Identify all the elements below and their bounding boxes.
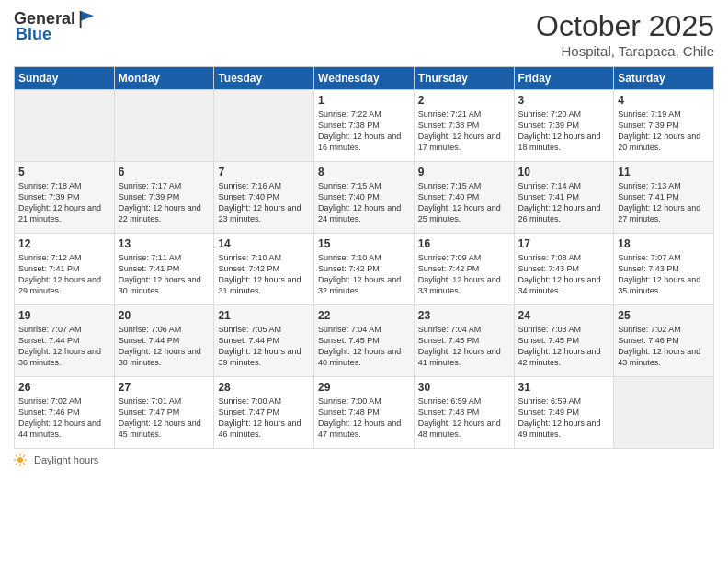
calendar-cell: 18Sunrise: 7:07 AM Sunset: 7:43 PM Dayli… [614, 234, 714, 305]
calendar-cell: 23Sunrise: 7:04 AM Sunset: 7:45 PM Dayli… [414, 305, 514, 377]
day-info: Sunrise: 7:22 AM Sunset: 7:38 PM Dayligh… [318, 109, 410, 154]
svg-line-10 [16, 463, 17, 465]
day-info: Sunrise: 6:59 AM Sunset: 7:48 PM Dayligh… [418, 396, 510, 441]
weekday-header-sunday: Sunday [15, 67, 115, 90]
day-info: Sunrise: 7:12 AM Sunset: 7:41 PM Dayligh… [18, 252, 110, 297]
header: General Blue October 2025 Hospital, Tara… [14, 9, 714, 59]
day-number: 24 [518, 309, 610, 322]
calendar-cell: 5Sunrise: 7:18 AM Sunset: 7:39 PM Daylig… [15, 162, 115, 234]
day-number: 27 [119, 381, 210, 394]
day-number: 26 [18, 381, 110, 394]
day-number: 7 [218, 166, 310, 178]
calendar-cell: 4Sunrise: 7:19 AM Sunset: 7:39 PM Daylig… [614, 90, 714, 162]
day-number: 6 [119, 166, 210, 178]
day-number: 18 [618, 237, 710, 250]
calendar-table: SundayMondayTuesdayWednesdayThursdayFrid… [14, 66, 714, 449]
calendar-cell: 14Sunrise: 7:10 AM Sunset: 7:42 PM Dayli… [214, 234, 314, 305]
day-info: Sunrise: 7:04 AM Sunset: 7:45 PM Dayligh… [418, 324, 510, 369]
title-block: October 2025 Hospital, Tarapaca, Chile [536, 9, 714, 59]
day-number: 30 [418, 381, 510, 394]
day-number: 16 [418, 237, 510, 250]
day-number: 14 [218, 237, 310, 250]
day-info: Sunrise: 7:21 AM Sunset: 7:38 PM Dayligh… [418, 109, 510, 154]
day-info: Sunrise: 7:10 AM Sunset: 7:42 PM Dayligh… [318, 252, 410, 297]
day-number: 23 [418, 309, 510, 322]
calendar-cell [15, 90, 115, 162]
day-info: Sunrise: 7:20 AM Sunset: 7:39 PM Dayligh… [518, 109, 610, 154]
svg-marker-0 [81, 11, 95, 21]
day-info: Sunrise: 7:14 AM Sunset: 7:41 PM Dayligh… [518, 180, 610, 225]
day-number: 11 [618, 166, 710, 178]
calendar-cell: 19Sunrise: 7:07 AM Sunset: 7:44 PM Dayli… [15, 305, 115, 377]
calendar-cell: 27Sunrise: 7:01 AM Sunset: 7:47 PM Dayli… [114, 377, 214, 449]
calendar-cell: 12Sunrise: 7:12 AM Sunset: 7:41 PM Dayli… [15, 234, 115, 305]
calendar-cell: 24Sunrise: 7:03 AM Sunset: 7:45 PM Dayli… [514, 305, 614, 377]
calendar-week-row-1: 1Sunrise: 7:22 AM Sunset: 7:38 PM Daylig… [15, 90, 714, 162]
day-info: Sunrise: 7:06 AM Sunset: 7:44 PM Dayligh… [119, 324, 210, 369]
calendar-cell: 22Sunrise: 7:04 AM Sunset: 7:45 PM Dayli… [314, 305, 415, 377]
page: General Blue October 2025 Hospital, Tara… [0, 0, 728, 563]
location-subtitle: Hospital, Tarapaca, Chile [536, 43, 714, 59]
day-number: 21 [218, 309, 310, 322]
day-info: Sunrise: 7:15 AM Sunset: 7:40 PM Dayligh… [418, 180, 510, 225]
calendar-cell: 31Sunrise: 6:59 AM Sunset: 7:49 PM Dayli… [514, 377, 614, 449]
weekday-header-tuesday: Tuesday [214, 67, 314, 90]
day-info: Sunrise: 7:10 AM Sunset: 7:42 PM Dayligh… [218, 252, 310, 297]
svg-line-7 [16, 455, 17, 457]
calendar-week-row-2: 5Sunrise: 7:18 AM Sunset: 7:39 PM Daylig… [15, 162, 714, 234]
day-number: 25 [618, 309, 710, 322]
footer-note-text: Daylight hours [34, 454, 98, 465]
day-number: 9 [418, 166, 510, 178]
day-info: Sunrise: 7:07 AM Sunset: 7:44 PM Dayligh… [18, 324, 110, 369]
calendar-cell: 2Sunrise: 7:21 AM Sunset: 7:38 PM Daylig… [414, 90, 514, 162]
day-info: Sunrise: 7:16 AM Sunset: 7:40 PM Dayligh… [218, 180, 310, 225]
day-info: Sunrise: 7:08 AM Sunset: 7:43 PM Dayligh… [518, 252, 610, 297]
svg-line-8 [23, 463, 25, 465]
calendar-cell: 25Sunrise: 7:02 AM Sunset: 7:46 PM Dayli… [614, 305, 714, 377]
calendar-cell: 20Sunrise: 7:06 AM Sunset: 7:44 PM Dayli… [114, 305, 214, 377]
day-info: Sunrise: 7:03 AM Sunset: 7:45 PM Dayligh… [518, 324, 610, 369]
calendar-cell: 17Sunrise: 7:08 AM Sunset: 7:43 PM Dayli… [514, 234, 614, 305]
calendar-cell: 16Sunrise: 7:09 AM Sunset: 7:42 PM Dayli… [414, 234, 514, 305]
day-info: Sunrise: 7:05 AM Sunset: 7:44 PM Dayligh… [218, 324, 310, 369]
day-info: Sunrise: 6:59 AM Sunset: 7:49 PM Dayligh… [518, 396, 610, 441]
day-info: Sunrise: 7:13 AM Sunset: 7:41 PM Dayligh… [618, 180, 710, 225]
weekday-header-thursday: Thursday [414, 67, 514, 90]
calendar-cell [114, 90, 214, 162]
calendar-cell: 9Sunrise: 7:15 AM Sunset: 7:40 PM Daylig… [414, 162, 514, 234]
day-info: Sunrise: 7:01 AM Sunset: 7:47 PM Dayligh… [119, 396, 210, 441]
day-info: Sunrise: 7:07 AM Sunset: 7:43 PM Dayligh… [618, 252, 710, 297]
day-number: 17 [518, 237, 610, 250]
calendar-cell: 30Sunrise: 6:59 AM Sunset: 7:48 PM Dayli… [414, 377, 514, 449]
svg-rect-1 [80, 11, 82, 28]
day-info: Sunrise: 7:02 AM Sunset: 7:46 PM Dayligh… [18, 396, 110, 441]
calendar-week-row-3: 12Sunrise: 7:12 AM Sunset: 7:41 PM Dayli… [15, 234, 714, 305]
footer: Daylight hours [14, 454, 714, 466]
day-number: 20 [119, 309, 210, 322]
calendar-cell: 29Sunrise: 7:00 AM Sunset: 7:48 PM Dayli… [314, 377, 415, 449]
calendar-cell: 15Sunrise: 7:10 AM Sunset: 7:42 PM Dayli… [314, 234, 415, 305]
logo: General Blue [14, 9, 96, 44]
day-number: 12 [18, 237, 110, 250]
calendar-week-row-5: 26Sunrise: 7:02 AM Sunset: 7:46 PM Dayli… [15, 377, 714, 449]
day-number: 5 [18, 166, 110, 178]
day-info: Sunrise: 7:00 AM Sunset: 7:47 PM Dayligh… [218, 396, 310, 441]
day-number: 28 [218, 381, 310, 394]
calendar-cell: 7Sunrise: 7:16 AM Sunset: 7:40 PM Daylig… [214, 162, 314, 234]
weekday-header-wednesday: Wednesday [314, 67, 415, 90]
calendar-cell: 6Sunrise: 7:17 AM Sunset: 7:39 PM Daylig… [114, 162, 214, 234]
day-info: Sunrise: 7:17 AM Sunset: 7:39 PM Dayligh… [119, 180, 210, 225]
weekday-header-saturday: Saturday [614, 67, 714, 90]
calendar-cell: 10Sunrise: 7:14 AM Sunset: 7:41 PM Dayli… [514, 162, 614, 234]
day-number: 3 [518, 94, 610, 107]
day-info: Sunrise: 7:04 AM Sunset: 7:45 PM Dayligh… [318, 324, 410, 369]
calendar-cell: 11Sunrise: 7:13 AM Sunset: 7:41 PM Dayli… [614, 162, 714, 234]
day-number: 15 [318, 237, 410, 250]
calendar-cell [614, 377, 714, 449]
day-number: 4 [618, 94, 710, 107]
day-info: Sunrise: 7:02 AM Sunset: 7:46 PM Dayligh… [618, 324, 710, 369]
day-info: Sunrise: 7:09 AM Sunset: 7:42 PM Dayligh… [418, 252, 510, 297]
day-info: Sunrise: 7:00 AM Sunset: 7:48 PM Dayligh… [318, 396, 410, 441]
day-number: 8 [318, 166, 410, 178]
calendar-cell: 26Sunrise: 7:02 AM Sunset: 7:46 PM Dayli… [15, 377, 115, 449]
